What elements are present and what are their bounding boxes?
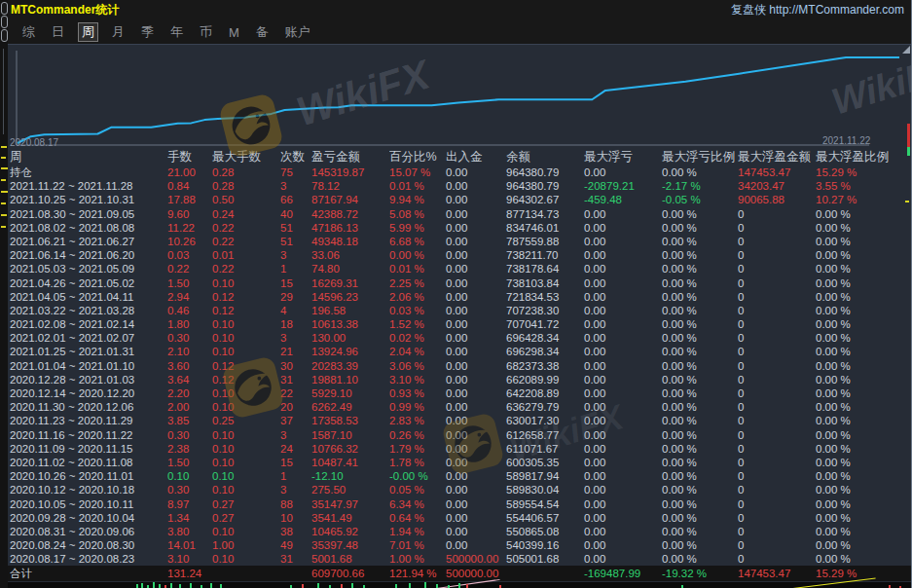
background-candle-tick	[302, 584, 304, 588]
value-cell: 0.00	[584, 262, 662, 276]
table-row[interactable]: 2021.11.22 ~ 2021.11.280.840.28378.120.0…	[8, 179, 912, 193]
value-cell: 0	[738, 373, 816, 386]
value-cell: 0.05 %	[389, 483, 446, 496]
column-header: 最大浮亏比例	[662, 149, 738, 165]
table-row[interactable]: 2020.12.14 ~ 2020.12.202.200.10225929.10…	[8, 386, 912, 400]
table-row[interactable]: 2021.01.04 ~ 2021.01.103.600.123020283.3…	[8, 359, 912, 373]
value-cell: 0.00 %	[816, 345, 912, 358]
value-cell: 0.28	[212, 179, 280, 193]
value-cell: 275.50	[311, 483, 389, 496]
table-row[interactable]: 2021.02.08 ~ 2021.02.141.800.101810613.3…	[8, 317, 912, 331]
background-tick	[1, 146, 7, 148]
table-row[interactable]: 2020.10.12 ~ 2020.10.180.300.103275.500.…	[8, 483, 912, 496]
value-cell: 0.02 %	[389, 331, 446, 345]
value-cell: 696298.34	[506, 345, 584, 358]
weekly-statistics-table: 持仓21.000.2875145319.8715.07 %0.00964380.…	[8, 165, 912, 581]
table-row[interactable]: 2021.04.26 ~ 2021.05.021.500.101516269.3…	[8, 276, 912, 290]
tab-日[interactable]: 日	[49, 22, 67, 42]
period-cell: 2020.10.12 ~ 2020.10.18	[10, 483, 167, 496]
table-row[interactable]: 持仓21.000.2875145319.8715.07 %0.00964380.…	[8, 165, 912, 179]
value-cell: 0.12	[212, 359, 280, 373]
column-header: 最大浮盈金额	[738, 149, 816, 165]
value-cell: 500000.00	[446, 552, 506, 566]
background-candle-tick	[153, 582, 155, 588]
table-row[interactable]: 2021.08.30 ~ 2021.09.059.600.244042388.7…	[8, 207, 912, 221]
tab-季[interactable]: 季	[138, 22, 157, 42]
table-row[interactable]: 2021.08.02 ~ 2021.08.0811.220.225147186.…	[8, 221, 912, 235]
table-row[interactable]: 2021.05.03 ~ 2021.05.090.220.22174.800.0…	[8, 262, 912, 276]
value-cell: -20879.21	[584, 179, 662, 193]
tab-账户[interactable]: 账户	[282, 22, 313, 42]
background-candle-tick	[436, 584, 438, 588]
table-row[interactable]: 2020.08.17 ~ 2020.08.233.100.10315001.68…	[8, 552, 912, 566]
value-cell: 0.10	[212, 317, 280, 331]
value-cell: 0.10	[212, 331, 280, 345]
period-cell: 2020.12.14 ~ 2020.12.20	[10, 386, 167, 400]
total-row[interactable]: 合计131.24609700.66121.94 %500000.00-16948…	[8, 566, 912, 581]
value-cell: 0.00 %	[662, 428, 738, 442]
period-cell: 2021.02.01 ~ 2021.02.07	[10, 331, 167, 345]
table-row[interactable]: 2021.04.05 ~ 2021.04.112.940.122914596.2…	[8, 290, 912, 304]
value-cell: 3.10 %	[389, 373, 446, 386]
tab-年[interactable]: 年	[167, 22, 186, 42]
table-row[interactable]: 2020.11.02 ~ 2020.11.081.500.101510487.4…	[8, 456, 912, 469]
value-cell: 0.00 %	[662, 469, 738, 483]
value-cell: 3.60	[167, 359, 212, 373]
period-cell: 2020.09.28 ~ 2020.10.04	[10, 511, 167, 525]
value-cell: 0.00	[584, 345, 662, 358]
resize-grip-icon[interactable]	[902, 46, 910, 54]
value-cell: 0.28	[212, 165, 280, 179]
value-cell: 0.84	[167, 179, 212, 193]
table-row[interactable]: 2020.10.26 ~ 2020.11.010.100.101-12.10-0…	[8, 469, 912, 483]
value-cell: 0	[738, 469, 816, 483]
value-cell: 0.22	[212, 262, 280, 276]
value-cell: 505001.68	[506, 552, 584, 566]
value-cell: 130.00	[311, 331, 389, 345]
value-cell: 0.00 %	[662, 317, 738, 331]
value-cell: 74.80	[311, 262, 389, 276]
table-row[interactable]: 2020.11.30 ~ 2020.12.062.000.10206262.49…	[8, 400, 912, 414]
table-row[interactable]: 2021.03.22 ~ 2021.03.280.460.124196.580.…	[8, 304, 912, 317]
tab-备[interactable]: 备	[253, 22, 272, 42]
tab-币[interactable]: 币	[197, 22, 215, 42]
value-cell: 0.50	[212, 193, 280, 206]
table-row[interactable]: 2021.01.25 ~ 2021.01.312.100.102113924.9…	[8, 345, 912, 358]
table-row[interactable]: 2020.11.16 ~ 2020.11.220.300.1031587.100…	[8, 428, 912, 442]
title-bar: MTCommander统计 复盘侠 http://MTCommander.com	[8, 0, 911, 20]
table-row[interactable]: 2020.08.24 ~ 2020.08.3014.011.004935397.…	[8, 538, 912, 552]
background-candle-tick	[179, 584, 181, 588]
value-cell: 3.55 %	[816, 179, 912, 193]
table-row[interactable]: 2021.06.21 ~ 2021.06.2710.260.225149348.…	[8, 235, 912, 248]
value-cell: 20283.39	[311, 359, 389, 373]
table-row[interactable]: 2020.10.05 ~ 2020.10.118.970.278835147.9…	[8, 497, 912, 511]
table-row[interactable]: 2020.12.28 ~ 2021.01.033.640.123119881.1…	[8, 373, 912, 386]
value-cell: 0.00 %	[816, 359, 912, 373]
table-row[interactable]: 2021.02.01 ~ 2021.02.070.300.103130.000.…	[8, 331, 912, 345]
value-cell: 540399.16	[506, 538, 584, 552]
value-cell: -0.00 %	[389, 469, 446, 483]
table-row[interactable]: 2021.06.14 ~ 2021.06.200.030.01333.060.0…	[8, 248, 912, 262]
tab-综[interactable]: 综	[19, 22, 38, 42]
value-cell: 0.00	[446, 165, 506, 179]
value-cell: 16269.31	[311, 276, 389, 290]
brand-link[interactable]: 复盘侠 http://MTCommander.com	[731, 2, 904, 18]
table-header-row: 周手数最大手数次数盈亏金额百分比%出入金余额最大浮亏最大浮亏比例最大浮盈金额最大…	[8, 149, 912, 165]
value-cell: 3541.49	[311, 511, 389, 525]
tab-周[interactable]: 周	[78, 22, 98, 42]
value-cell: 0	[738, 331, 816, 345]
value-cell: 0.00	[446, 469, 506, 483]
table-row[interactable]: 2021.10.25 ~ 2021.10.3117.880.506687167.…	[8, 193, 912, 206]
value-cell: 0.00 %	[816, 400, 912, 414]
value-cell: 38	[280, 525, 311, 538]
table-row[interactable]: 2020.11.23 ~ 2020.11.293.850.253717358.5…	[8, 414, 912, 427]
tab-M[interactable]: M	[226, 24, 242, 41]
background-candle-tick	[220, 584, 222, 588]
table-row[interactable]: 2020.08.31 ~ 2020.09.063.800.103810465.9…	[8, 525, 912, 538]
value-cell: 642208.89	[506, 386, 584, 400]
table-row[interactable]: 2020.11.09 ~ 2020.11.152.380.102410766.3…	[8, 442, 912, 456]
value-cell: 10.27 %	[816, 193, 912, 206]
table-row[interactable]: 2020.09.28 ~ 2020.10.041.340.27103541.49…	[8, 511, 912, 525]
tab-月[interactable]: 月	[109, 22, 128, 42]
value-cell: 0.00	[446, 456, 506, 469]
value-cell: 30	[280, 359, 311, 373]
